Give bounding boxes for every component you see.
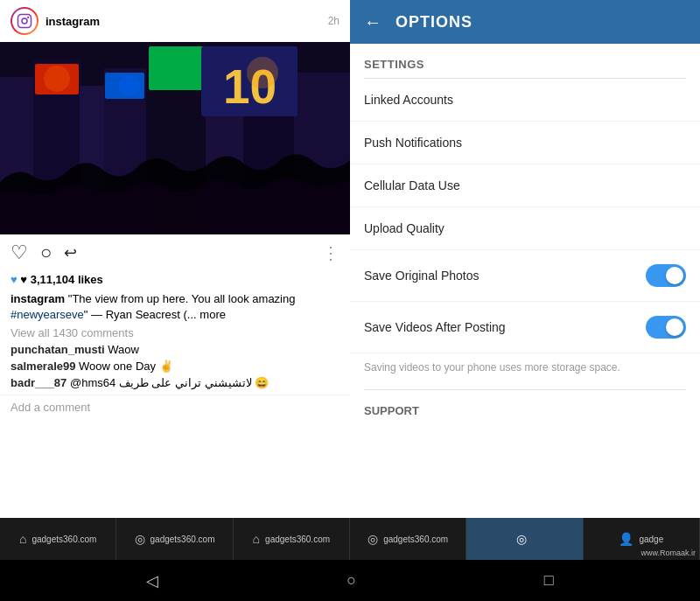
caption-username: instagram [10, 292, 65, 305]
toggle-knob [666, 267, 683, 284]
times-square-svg: 10 [0, 42, 350, 234]
post-header: instagram 2h [0, 0, 350, 42]
comment-icon[interactable]: ○ [40, 241, 52, 264]
comment-item: punchatan_musti Waow [0, 341, 350, 358]
search-icon-4: ◎ [368, 532, 378, 546]
home-icon-3: ⌂ [253, 532, 260, 546]
toggle-knob [666, 318, 683, 336]
tab-text-6: gadge [639, 535, 663, 544]
svg-point-19 [119, 75, 140, 96]
browser-tab-5[interactable]: ◎ [466, 518, 583, 560]
user-icon-6: 👤 [619, 532, 634, 546]
comment-text: Waow [108, 343, 139, 356]
push-notifications-label: Push Notifications [364, 136, 462, 150]
save-videos-item[interactable]: Save Videos After Posting [350, 302, 700, 353]
home-button-android[interactable]: ○ [346, 571, 356, 590]
android-navigation-bar: ◁ ○ □ [0, 560, 700, 601]
add-comment-input[interactable]: Add a comment [0, 395, 350, 419]
view-comments-link[interactable]: View all 1430 comments [0, 325, 350, 341]
avatar [10, 7, 38, 35]
camera-icon-2: ◎ [135, 532, 145, 546]
home-icon-1: ⌂ [19, 532, 26, 546]
comment-text: Woow one Day ✌️ [79, 360, 173, 373]
svg-point-1 [22, 18, 27, 24]
save-videos-toggle[interactable] [646, 316, 686, 339]
back-button-android[interactable]: ◁ [146, 571, 158, 591]
comment-item: salmerale99 Woow one Day ✌️ [0, 358, 350, 374]
comment-item: badr___87 @hms64 لاتشيشني تراني على طريف… [0, 374, 350, 391]
options-title: OPTIONS [396, 13, 472, 31]
options-header: ← OPTIONS [350, 0, 700, 44]
post-likes: ♥ ♥ 3,11,104 likes [0, 271, 350, 290]
post-caption: instagram "The view from up here. You al… [0, 290, 350, 325]
svg-rect-14 [149, 46, 206, 90]
options-content: SETTINGS Linked Accounts Push Notificati… [350, 44, 700, 518]
browser-tab-3[interactable]: ⌂ gadgets360.com [234, 518, 350, 560]
svg-point-2 [27, 17, 29, 18]
bottom-navigation: ⌂ gadgets360.com ◎ gadgets360.com ⌂ gadg… [0, 518, 700, 601]
upload-quality-item[interactable]: Upload Quality [350, 207, 700, 250]
linked-accounts-label: Linked Accounts [364, 93, 453, 107]
options-panel: ← OPTIONS SETTINGS Linked Accounts Push … [350, 0, 700, 518]
like-icon[interactable]: ♡ [10, 241, 28, 264]
likes-count: ♥ 3,11,104 likes [20, 273, 102, 286]
support-section-header: SUPPORT [350, 390, 700, 424]
browser-tabs: ⌂ gadgets360.com ◎ gadgets360.com ⌂ gadg… [0, 518, 700, 560]
save-original-photos-label: Save Original Photos [364, 269, 480, 283]
instagram-feed-panel: instagram 2h [0, 0, 350, 518]
tab-text-1: gadgets360.com [32, 535, 96, 544]
post-username: instagram [46, 15, 100, 28]
post-actions-left: ♡ ○ ↩ [10, 241, 77, 264]
more-options-icon[interactable]: ⋮ [322, 242, 340, 263]
post-image: 10 [0, 42, 350, 234]
push-notifications-item[interactable]: Push Notifications [350, 122, 700, 164]
post-time: 2h [328, 15, 340, 27]
tab-text-3: gadgets360.com [265, 535, 330, 544]
comment-username: badr___87 [10, 376, 66, 389]
comment-username: salmerale99 [10, 360, 75, 373]
save-video-note: Saving videos to your phone uses more st… [350, 353, 700, 389]
svg-point-18 [44, 66, 70, 92]
upload-quality-label: Upload Quality [364, 221, 444, 235]
save-original-photos-toggle[interactable] [646, 264, 686, 287]
linked-accounts-item[interactable]: Linked Accounts [350, 79, 700, 122]
back-button[interactable]: ← [364, 12, 382, 32]
avatar-inner [12, 9, 37, 33]
post-actions: ♡ ○ ↩ ⋮ [0, 234, 350, 271]
cellular-data-item[interactable]: Cellular Data Use [350, 164, 700, 207]
svg-rect-0 [18, 15, 32, 28]
svg-point-20 [247, 57, 278, 88]
save-original-photos-item[interactable]: Save Original Photos [350, 250, 700, 302]
save-videos-label: Save Videos After Posting [364, 320, 506, 334]
browser-tab-1[interactable]: ⌂ gadgets360.com [0, 518, 116, 560]
camera-icon-5: ◎ [516, 532, 527, 546]
recents-button-android[interactable]: □ [544, 571, 554, 590]
comment-text: @hms64 لاتشيشني تراني على طريف 😄 [70, 376, 269, 389]
comment-username: punchatan_musti [10, 343, 105, 356]
heart-icon: ♥ [10, 273, 18, 286]
share-icon[interactable]: ↩ [64, 243, 77, 262]
cellular-data-label: Cellular Data Use [364, 178, 460, 192]
browser-tab-4[interactable]: ◎ gadgets360.com [350, 518, 466, 560]
tab-text-4: gadgets360.com [383, 535, 448, 544]
settings-section-header: SETTINGS [350, 44, 700, 78]
watermark: www.Romaak.ir [640, 549, 696, 557]
browser-tab-2[interactable]: ◎ gadgets360.com [116, 518, 233, 560]
tab-text-2: gadgets360.com [150, 535, 215, 544]
post-header-left: instagram [10, 7, 100, 35]
